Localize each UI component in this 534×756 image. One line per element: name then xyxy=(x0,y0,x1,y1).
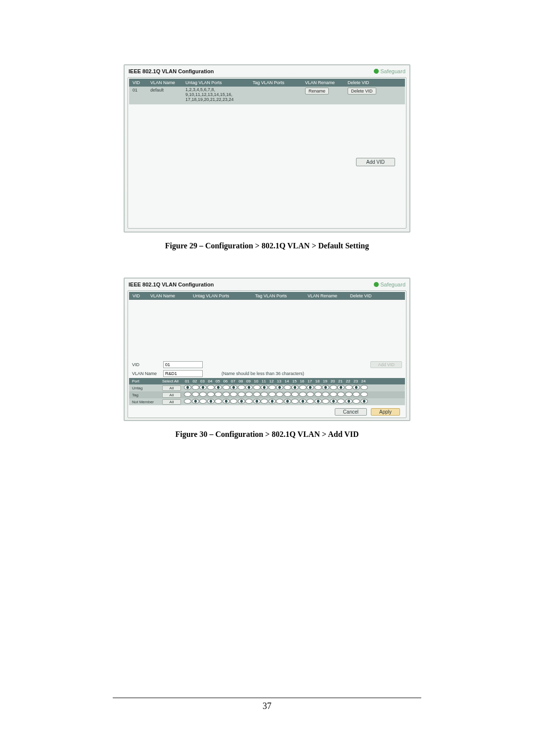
safeguard-icon xyxy=(374,69,379,74)
port-radio[interactable] xyxy=(353,385,360,390)
port-radio[interactable] xyxy=(222,399,230,404)
port-radio[interactable] xyxy=(314,385,322,390)
port-radio[interactable] xyxy=(268,392,276,397)
vlan-name-input[interactable] xyxy=(163,370,203,377)
page-footer: 37 xyxy=(113,698,421,711)
port-radio[interactable] xyxy=(230,385,237,390)
vid-form-row: VID Add VID xyxy=(129,360,405,369)
port-radio[interactable] xyxy=(215,385,222,390)
port-radio[interactable] xyxy=(268,399,276,404)
port-radio[interactable] xyxy=(215,399,222,404)
untag-all-button[interactable]: All xyxy=(162,385,181,391)
add-vid-button-disabled: Add VID xyxy=(370,361,402,368)
port-radio[interactable] xyxy=(238,392,245,397)
port-radio[interactable] xyxy=(207,399,215,404)
port-radio[interactable] xyxy=(360,385,368,390)
port-radio[interactable] xyxy=(215,392,222,397)
port-radio[interactable] xyxy=(192,399,199,404)
figure-caption: Figure 29 – Configuration > 802.1Q VLAN … xyxy=(124,241,410,250)
port-radio[interactable] xyxy=(345,399,353,404)
safeguard-icon xyxy=(374,282,379,287)
port-radio[interactable] xyxy=(284,385,291,390)
port-radio[interactable] xyxy=(360,399,368,404)
delete-vid-button[interactable]: Delete VID xyxy=(348,88,376,94)
figure-caption: Figure 30 – Configuration > 802.1Q VLAN … xyxy=(124,430,410,439)
tag-all-button[interactable]: All xyxy=(162,392,181,398)
port-radio[interactable] xyxy=(291,385,299,390)
vlan-config-panel-addvid: IEEE 802.1Q VLAN Configuration Safeguard… xyxy=(124,278,410,421)
port-radio[interactable] xyxy=(353,392,360,397)
port-radio[interactable] xyxy=(192,385,199,390)
port-radio[interactable] xyxy=(230,392,237,397)
port-radio[interactable] xyxy=(360,392,368,397)
port-radio[interactable] xyxy=(268,385,276,390)
port-radio[interactable] xyxy=(276,385,283,390)
port-radio[interactable] xyxy=(192,392,199,397)
tag-row: Tag All xyxy=(129,391,405,398)
page-number: 37 xyxy=(263,701,271,711)
port-radio[interactable] xyxy=(261,385,268,390)
port-radio[interactable] xyxy=(230,399,237,404)
port-radio[interactable] xyxy=(330,392,337,397)
port-radio[interactable] xyxy=(330,385,337,390)
port-radio[interactable] xyxy=(299,385,307,390)
apply-button[interactable]: Apply xyxy=(371,408,400,416)
port-radio[interactable] xyxy=(284,392,291,397)
table-header: VID VLAN Name Untag VLAN Ports Tag VLAN … xyxy=(129,292,405,300)
port-radio[interactable] xyxy=(284,399,291,404)
untag-row: Untag All xyxy=(129,384,405,391)
port-radio[interactable] xyxy=(345,392,353,397)
port-radio[interactable] xyxy=(199,385,207,390)
port-radio[interactable] xyxy=(330,399,337,404)
port-radio[interactable] xyxy=(222,385,230,390)
port-radio[interactable] xyxy=(322,392,329,397)
panel-title: IEEE 802.1Q VLAN Configuration xyxy=(129,282,214,287)
port-radio[interactable] xyxy=(199,399,207,404)
port-radio[interactable] xyxy=(337,392,345,397)
cancel-button[interactable]: Cancel xyxy=(335,408,367,416)
port-radio[interactable] xyxy=(337,399,345,404)
port-radio[interactable] xyxy=(207,392,215,397)
port-radio[interactable] xyxy=(245,399,253,404)
port-radio[interactable] xyxy=(276,392,283,397)
port-radio[interactable] xyxy=(261,392,268,397)
port-radio[interactable] xyxy=(299,392,307,397)
port-radio[interactable] xyxy=(276,399,283,404)
port-radio[interactable] xyxy=(238,399,245,404)
table-header: VID VLAN Name Untag VLAN Ports Tag VLAN … xyxy=(129,79,405,87)
port-radio[interactable] xyxy=(337,385,345,390)
port-radio[interactable] xyxy=(291,399,299,404)
port-radio[interactable] xyxy=(299,399,307,404)
port-radio[interactable] xyxy=(291,392,299,397)
port-radio[interactable] xyxy=(199,392,207,397)
port-header-row: Port Select All 010203040506070809101112… xyxy=(129,378,405,384)
port-radio[interactable] xyxy=(253,399,261,404)
panel-title: IEEE 802.1Q VLAN Configuration xyxy=(129,68,214,74)
port-radio[interactable] xyxy=(261,399,268,404)
port-radio[interactable] xyxy=(238,385,245,390)
port-radio[interactable] xyxy=(307,399,314,404)
port-radio[interactable] xyxy=(353,399,360,404)
notmember-all-button[interactable]: All xyxy=(162,399,181,405)
port-radio[interactable] xyxy=(245,392,253,397)
port-radio[interactable] xyxy=(345,385,353,390)
port-radio[interactable] xyxy=(184,392,191,397)
port-radio[interactable] xyxy=(307,392,314,397)
port-radio[interactable] xyxy=(314,399,322,404)
port-radio[interactable] xyxy=(322,399,329,404)
rename-button[interactable]: Rename xyxy=(305,88,329,94)
port-radio[interactable] xyxy=(253,392,261,397)
vid-input[interactable] xyxy=(163,361,203,368)
port-radio[interactable] xyxy=(184,399,191,404)
port-radio[interactable] xyxy=(207,385,215,390)
add-vid-button[interactable]: Add VID xyxy=(356,158,395,166)
port-radio[interactable] xyxy=(314,392,322,397)
port-radio[interactable] xyxy=(322,385,329,390)
port-radio[interactable] xyxy=(307,385,314,390)
port-radio[interactable] xyxy=(253,385,261,390)
port-radio[interactable] xyxy=(245,385,253,390)
port-radio[interactable] xyxy=(184,385,191,390)
notmember-row: Not Member All xyxy=(129,398,405,405)
port-radio[interactable] xyxy=(222,392,230,397)
safeguard-label: Safeguard xyxy=(374,282,405,287)
